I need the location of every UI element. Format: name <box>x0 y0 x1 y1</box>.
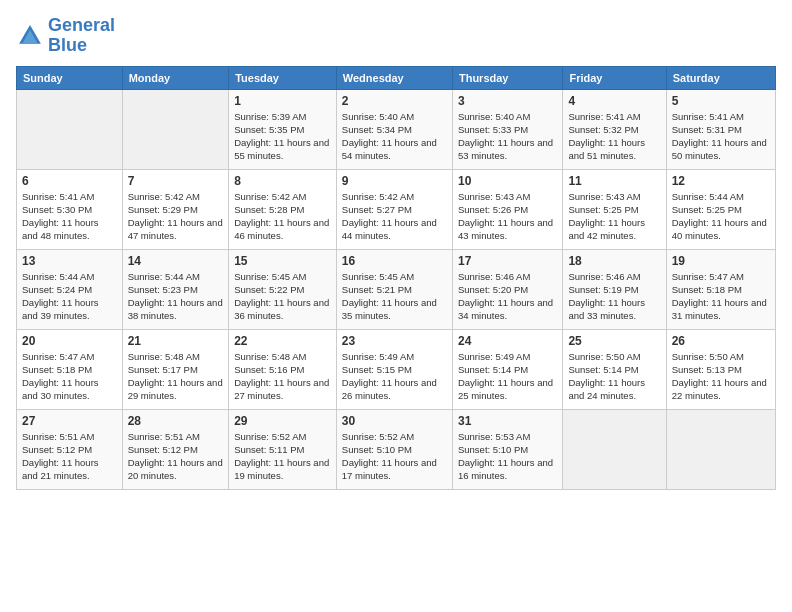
calendar-cell: 15Sunrise: 5:45 AM Sunset: 5:22 PM Dayli… <box>229 249 337 329</box>
day-number: 4 <box>568 94 660 108</box>
calendar-cell: 20Sunrise: 5:47 AM Sunset: 5:18 PM Dayli… <box>17 329 123 409</box>
day-number: 30 <box>342 414 447 428</box>
calendar-cell <box>563 409 666 489</box>
day-number: 26 <box>672 334 770 348</box>
calendar-cell: 11Sunrise: 5:43 AM Sunset: 5:25 PM Dayli… <box>563 169 666 249</box>
day-info: Sunrise: 5:45 AM Sunset: 5:22 PM Dayligh… <box>234 270 331 323</box>
day-info: Sunrise: 5:50 AM Sunset: 5:14 PM Dayligh… <box>568 350 660 403</box>
calendar-cell <box>17 89 123 169</box>
day-number: 10 <box>458 174 557 188</box>
day-info: Sunrise: 5:41 AM Sunset: 5:31 PM Dayligh… <box>672 110 770 163</box>
day-number: 12 <box>672 174 770 188</box>
day-number: 2 <box>342 94 447 108</box>
weekday-header-saturday: Saturday <box>666 66 775 89</box>
day-info: Sunrise: 5:52 AM Sunset: 5:11 PM Dayligh… <box>234 430 331 483</box>
calendar-cell: 1Sunrise: 5:39 AM Sunset: 5:35 PM Daylig… <box>229 89 337 169</box>
calendar-cell: 4Sunrise: 5:41 AM Sunset: 5:32 PM Daylig… <box>563 89 666 169</box>
day-number: 17 <box>458 254 557 268</box>
day-info: Sunrise: 5:49 AM Sunset: 5:15 PM Dayligh… <box>342 350 447 403</box>
calendar-header: SundayMondayTuesdayWednesdayThursdayFrid… <box>17 66 776 89</box>
calendar-cell <box>122 89 229 169</box>
day-number: 16 <box>342 254 447 268</box>
page-header: General Blue <box>16 16 776 56</box>
day-info: Sunrise: 5:40 AM Sunset: 5:34 PM Dayligh… <box>342 110 447 163</box>
day-number: 8 <box>234 174 331 188</box>
day-info: Sunrise: 5:43 AM Sunset: 5:25 PM Dayligh… <box>568 190 660 243</box>
weekday-header-thursday: Thursday <box>452 66 562 89</box>
day-number: 5 <box>672 94 770 108</box>
day-info: Sunrise: 5:51 AM Sunset: 5:12 PM Dayligh… <box>128 430 224 483</box>
day-info: Sunrise: 5:46 AM Sunset: 5:20 PM Dayligh… <box>458 270 557 323</box>
day-number: 7 <box>128 174 224 188</box>
day-info: Sunrise: 5:41 AM Sunset: 5:32 PM Dayligh… <box>568 110 660 163</box>
day-number: 29 <box>234 414 331 428</box>
day-info: Sunrise: 5:50 AM Sunset: 5:13 PM Dayligh… <box>672 350 770 403</box>
day-info: Sunrise: 5:42 AM Sunset: 5:28 PM Dayligh… <box>234 190 331 243</box>
calendar-cell: 29Sunrise: 5:52 AM Sunset: 5:11 PM Dayli… <box>229 409 337 489</box>
day-number: 15 <box>234 254 331 268</box>
day-number: 9 <box>342 174 447 188</box>
logo: General Blue <box>16 16 115 56</box>
calendar-week-4: 20Sunrise: 5:47 AM Sunset: 5:18 PM Dayli… <box>17 329 776 409</box>
calendar-cell: 13Sunrise: 5:44 AM Sunset: 5:24 PM Dayli… <box>17 249 123 329</box>
calendar-cell: 2Sunrise: 5:40 AM Sunset: 5:34 PM Daylig… <box>336 89 452 169</box>
day-info: Sunrise: 5:44 AM Sunset: 5:23 PM Dayligh… <box>128 270 224 323</box>
day-info: Sunrise: 5:52 AM Sunset: 5:10 PM Dayligh… <box>342 430 447 483</box>
day-info: Sunrise: 5:45 AM Sunset: 5:21 PM Dayligh… <box>342 270 447 323</box>
day-number: 13 <box>22 254 117 268</box>
day-number: 14 <box>128 254 224 268</box>
day-info: Sunrise: 5:49 AM Sunset: 5:14 PM Dayligh… <box>458 350 557 403</box>
day-number: 20 <box>22 334 117 348</box>
calendar-cell: 28Sunrise: 5:51 AM Sunset: 5:12 PM Dayli… <box>122 409 229 489</box>
day-number: 23 <box>342 334 447 348</box>
day-info: Sunrise: 5:47 AM Sunset: 5:18 PM Dayligh… <box>22 350 117 403</box>
calendar-cell: 23Sunrise: 5:49 AM Sunset: 5:15 PM Dayli… <box>336 329 452 409</box>
weekday-header-monday: Monday <box>122 66 229 89</box>
day-number: 3 <box>458 94 557 108</box>
calendar-cell: 14Sunrise: 5:44 AM Sunset: 5:23 PM Dayli… <box>122 249 229 329</box>
calendar-cell: 19Sunrise: 5:47 AM Sunset: 5:18 PM Dayli… <box>666 249 775 329</box>
calendar-cell: 6Sunrise: 5:41 AM Sunset: 5:30 PM Daylig… <box>17 169 123 249</box>
calendar-cell: 30Sunrise: 5:52 AM Sunset: 5:10 PM Dayli… <box>336 409 452 489</box>
day-info: Sunrise: 5:40 AM Sunset: 5:33 PM Dayligh… <box>458 110 557 163</box>
calendar-cell: 12Sunrise: 5:44 AM Sunset: 5:25 PM Dayli… <box>666 169 775 249</box>
calendar-cell: 7Sunrise: 5:42 AM Sunset: 5:29 PM Daylig… <box>122 169 229 249</box>
day-info: Sunrise: 5:47 AM Sunset: 5:18 PM Dayligh… <box>672 270 770 323</box>
calendar-cell: 31Sunrise: 5:53 AM Sunset: 5:10 PM Dayli… <box>452 409 562 489</box>
calendar-cell <box>666 409 775 489</box>
day-info: Sunrise: 5:44 AM Sunset: 5:25 PM Dayligh… <box>672 190 770 243</box>
day-number: 22 <box>234 334 331 348</box>
day-info: Sunrise: 5:48 AM Sunset: 5:17 PM Dayligh… <box>128 350 224 403</box>
day-number: 6 <box>22 174 117 188</box>
calendar-cell: 9Sunrise: 5:42 AM Sunset: 5:27 PM Daylig… <box>336 169 452 249</box>
weekday-header-sunday: Sunday <box>17 66 123 89</box>
day-info: Sunrise: 5:42 AM Sunset: 5:27 PM Dayligh… <box>342 190 447 243</box>
day-number: 21 <box>128 334 224 348</box>
day-info: Sunrise: 5:43 AM Sunset: 5:26 PM Dayligh… <box>458 190 557 243</box>
day-info: Sunrise: 5:53 AM Sunset: 5:10 PM Dayligh… <box>458 430 557 483</box>
day-info: Sunrise: 5:44 AM Sunset: 5:24 PM Dayligh… <box>22 270 117 323</box>
day-number: 27 <box>22 414 117 428</box>
day-number: 25 <box>568 334 660 348</box>
calendar-cell: 26Sunrise: 5:50 AM Sunset: 5:13 PM Dayli… <box>666 329 775 409</box>
day-info: Sunrise: 5:41 AM Sunset: 5:30 PM Dayligh… <box>22 190 117 243</box>
day-number: 31 <box>458 414 557 428</box>
calendar-week-2: 6Sunrise: 5:41 AM Sunset: 5:30 PM Daylig… <box>17 169 776 249</box>
calendar-cell: 27Sunrise: 5:51 AM Sunset: 5:12 PM Dayli… <box>17 409 123 489</box>
calendar-cell: 22Sunrise: 5:48 AM Sunset: 5:16 PM Dayli… <box>229 329 337 409</box>
day-info: Sunrise: 5:46 AM Sunset: 5:19 PM Dayligh… <box>568 270 660 323</box>
day-number: 18 <box>568 254 660 268</box>
calendar-week-3: 13Sunrise: 5:44 AM Sunset: 5:24 PM Dayli… <box>17 249 776 329</box>
calendar-cell: 8Sunrise: 5:42 AM Sunset: 5:28 PM Daylig… <box>229 169 337 249</box>
calendar-cell: 3Sunrise: 5:40 AM Sunset: 5:33 PM Daylig… <box>452 89 562 169</box>
day-number: 28 <box>128 414 224 428</box>
calendar-cell: 10Sunrise: 5:43 AM Sunset: 5:26 PM Dayli… <box>452 169 562 249</box>
logo-icon <box>16 22 44 50</box>
calendar-week-1: 1Sunrise: 5:39 AM Sunset: 5:35 PM Daylig… <box>17 89 776 169</box>
weekday-header-friday: Friday <box>563 66 666 89</box>
weekday-header-wednesday: Wednesday <box>336 66 452 89</box>
calendar-cell: 5Sunrise: 5:41 AM Sunset: 5:31 PM Daylig… <box>666 89 775 169</box>
logo-text: General Blue <box>48 16 115 56</box>
day-number: 1 <box>234 94 331 108</box>
calendar-cell: 21Sunrise: 5:48 AM Sunset: 5:17 PM Dayli… <box>122 329 229 409</box>
